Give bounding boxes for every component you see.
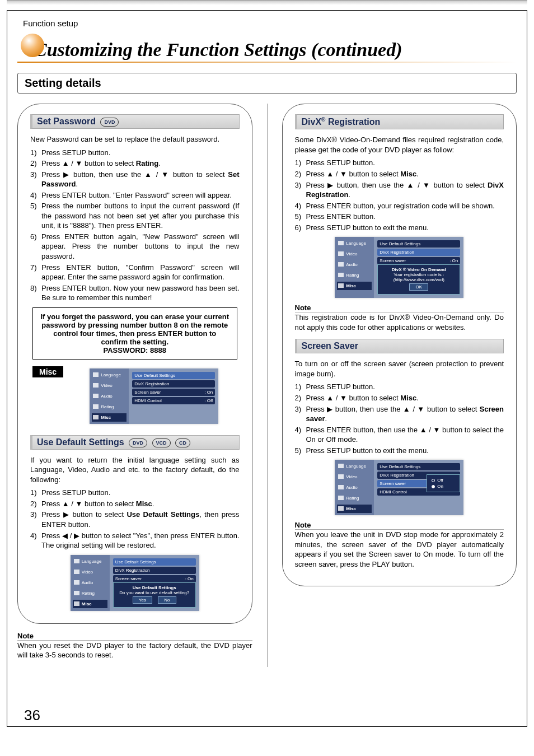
note-heading: Note	[17, 632, 252, 641]
use-default-note: When you reset the DVD player to the fac…	[17, 641, 252, 660]
step: Press ▲ / ▼ button to select Misc.	[295, 169, 504, 179]
ui-sidebar-item: Video	[337, 473, 372, 481]
ui-screenshot-screen-saver: LanguageVideoAudioRatingMisc Use Default…	[335, 460, 463, 515]
step: Press ENTER button.	[295, 212, 504, 222]
screen-saver-note: When you leave the unit in DVD stop mode…	[295, 530, 504, 569]
ui-sidebar-item: Misc	[92, 413, 127, 422]
vcd-badge: VCD	[152, 438, 171, 447]
ui-sidebar-item: Misc	[337, 282, 372, 290]
page-title: Customizing the Function Settings (conti…	[34, 36, 517, 60]
ui-sidebar-item: Rating	[92, 403, 127, 411]
step: Press ◀ / ▶ button to select "Yes", then…	[30, 531, 240, 550]
step: Press ENTER button. Now your new passwor…	[30, 283, 240, 303]
step: Press the number buttons to input the cu…	[30, 201, 240, 231]
step: Press SETUP button.	[30, 488, 240, 498]
step: Press SETUP button to exit the menu.	[295, 446, 504, 456]
subheader-use-default: Use Default Settings DVD VCD CD	[30, 435, 240, 450]
section-title: Setting details	[17, 73, 517, 94]
note-heading: Note	[295, 304, 504, 312]
dvd-badge: DVD	[100, 118, 119, 127]
ui-sidebar-item: Rating	[73, 589, 107, 598]
divx-intro: Some DivX® Video-On-Demand files require…	[295, 135, 504, 155]
note-heading: Note	[295, 521, 504, 530]
step: Press ▶ button, then use the ▲ / ▼ butto…	[295, 404, 504, 424]
step: Press ENTER button. "Enter Password" scr…	[30, 190, 240, 200]
divx-note: This registration code is for DivX® Vide…	[295, 312, 504, 332]
cd-badge: CD	[175, 438, 190, 447]
screen-saver-steps: Press SETUP button.Press ▲ / ▼ button to…	[295, 382, 504, 455]
no-button: No	[158, 596, 176, 604]
step: Press ENTER button again, "New Password"…	[30, 232, 240, 262]
ui-sidebar-item: Audio	[73, 578, 107, 587]
ui-screenshot-misc: LanguageVideoAudioRatingMisc Use Default…	[90, 368, 218, 424]
step: Press ▲ / ▼ button to select Misc.	[295, 393, 504, 403]
step: Press ENTER button, your registration co…	[295, 201, 504, 211]
ui-screenshot-divx: LanguageVideoAudioRatingMisc Use Default…	[335, 237, 463, 298]
ui-sidebar-item: Video	[92, 381, 127, 390]
ui-sidebar-item: Language	[92, 371, 127, 379]
ui-sidebar-item: Audio	[337, 483, 372, 492]
step: Press ▶ button, then use the ▲ / ▼ butto…	[295, 180, 504, 200]
ui-sidebar-item: Language	[337, 462, 372, 470]
ok-button: OK	[409, 283, 428, 291]
hero-underline	[17, 62, 517, 63]
ui-sidebar-item: Misc	[337, 505, 372, 513]
use-default-intro: If you want to return the initial langua…	[30, 455, 240, 485]
set-password-steps: Press SETUP button.Press ▲ / ▼ button to…	[30, 148, 240, 303]
password-callout: If you forget the password, you can eras…	[32, 307, 237, 360]
ui-sidebar-item: Rating	[337, 494, 372, 502]
step: Press SETUP button.	[295, 158, 504, 168]
misc-tag: Misc	[32, 366, 63, 377]
dvd-badge: DVD	[129, 438, 147, 447]
subheader-set-password: Set Password DVD	[30, 114, 240, 129]
ui-sidebar-item: Video	[337, 250, 372, 258]
ui-sidebar-item: Language	[337, 239, 372, 248]
step: Press ▶ button, then use the ▲ / ▼ butto…	[30, 170, 240, 189]
step: Press SETUP button.	[295, 382, 504, 392]
step: Press ▲ / ▼ button to select Rating.	[30, 158, 240, 169]
page-number: 36	[24, 707, 40, 724]
divx-steps: Press SETUP button.Press ▲ / ▼ button to…	[295, 158, 504, 232]
ui-sidebar-item: Rating	[337, 271, 372, 279]
step: Press ▶ button to select Use Default Set…	[30, 510, 240, 529]
breadcrumb: Function setup	[17, 18, 517, 28]
ui-screenshot-use-default: LanguageVideoAudioRatingMisc Use Default…	[71, 555, 199, 611]
ui-sidebar-item: Audio	[92, 392, 127, 400]
step: Press ENTER button, then use the ▲ / ▼ b…	[295, 425, 504, 445]
subheader-divx: DivX® Registration	[295, 114, 504, 129]
ui-sidebar-item: Audio	[337, 260, 372, 269]
step: Press ▲ / ▼ button to select Misc.	[30, 499, 240, 509]
ui-sidebar-item: Video	[73, 568, 107, 576]
decorative-sphere	[21, 34, 44, 57]
step: Press ENTER button, "Confirm Password" s…	[30, 263, 240, 282]
set-password-intro: New Password can be set to replace the d…	[30, 134, 240, 144]
subheader-screen-saver: Screen Saver	[295, 339, 504, 353]
use-default-steps: Press SETUP button.Press ▲ / ▼ button to…	[30, 488, 240, 550]
step: Press SETUP button to exit the menu.	[295, 223, 504, 233]
ui-sidebar-item: Language	[73, 557, 107, 566]
screen-saver-intro: To turn on or off the screen saver (scre…	[295, 359, 504, 379]
yes-button: Yes	[133, 596, 152, 604]
ui-sidebar-item: Misc	[73, 600, 107, 608]
step: Press SETUP button.	[30, 148, 240, 158]
